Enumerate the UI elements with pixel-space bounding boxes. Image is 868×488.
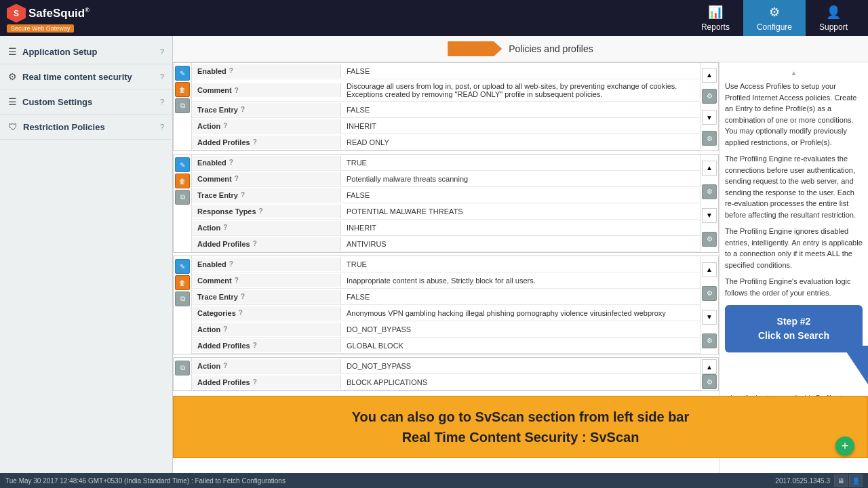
panel-scroll-up[interactable]: ▲ bbox=[725, 68, 863, 78]
table-row: Added Profiles? GLOBAL BLOCK bbox=[192, 338, 700, 354]
logo-text: SafeSquid® bbox=[28, 7, 90, 20]
realtime-icon: ⚙ bbox=[8, 71, 17, 82]
status-icon-monitor[interactable]: 🖥 bbox=[834, 474, 848, 487]
section2-scroll-down-btn[interactable]: ▼ bbox=[702, 208, 717, 223]
section1-edit-btn[interactable]: ✎ bbox=[175, 66, 190, 81]
help-icon: ? bbox=[239, 309, 243, 317]
nav-reports[interactable]: 📊 Reports bbox=[688, 0, 743, 36]
row-value-profiles2: ANTIVIRUS bbox=[341, 237, 700, 251]
row-value-trace2: FALSE bbox=[341, 188, 700, 202]
section1-left-controls: ✎ 🗑 ⧉ bbox=[174, 63, 192, 150]
row-label-profiles2: Added Profiles? bbox=[192, 237, 341, 251]
logo-area: S SafeSquid® Secure Web Gateway bbox=[7, 3, 102, 33]
section3-gear-btn[interactable]: ⚙ bbox=[702, 286, 717, 301]
row-label-profiles3: Added Profiles? bbox=[192, 339, 341, 352]
row-label-action1: Action? bbox=[192, 119, 341, 133]
help-icon: ? bbox=[223, 362, 227, 369]
section1-scroll-down-btn[interactable]: ▼ bbox=[702, 110, 717, 125]
row-label-categories: Categories? bbox=[192, 306, 341, 320]
table-row: Action? INHERIT bbox=[192, 220, 700, 236]
section2-gear-btn[interactable]: ⚙ bbox=[702, 184, 717, 199]
section2-copy-btn[interactable]: ⧉ bbox=[175, 190, 190, 205]
section3-delete-btn[interactable]: 🗑 bbox=[175, 275, 190, 290]
section3-scroll-up-btn[interactable]: ▲ bbox=[702, 262, 717, 277]
sidebar-item-restriction-policies[interactable]: 🛡 Restriction Policies ? bbox=[0, 115, 172, 140]
help-icon: ? bbox=[229, 159, 233, 166]
section4-scroll-up-btn[interactable]: ▲ bbox=[702, 359, 717, 374]
sidebar-item-application-setup[interactable]: ☰ Application Setup ? bbox=[0, 39, 172, 64]
logo: S SafeSquid® Secure Web Gateway bbox=[7, 3, 102, 33]
version-text: 2017.0525.1345.3 bbox=[775, 477, 830, 485]
yellow-banner: You can also go to SvScan section from l… bbox=[173, 396, 868, 458]
section4-left-controls: ⧉ bbox=[174, 358, 192, 390]
status-icon-person[interactable]: 👤 bbox=[849, 474, 863, 487]
right-panel-text4: The Profiling Engine's evaluation logic … bbox=[725, 276, 863, 298]
nav-support[interactable]: 👤 Support bbox=[806, 0, 861, 36]
row-value-profiles3: GLOBAL BLOCK bbox=[341, 339, 700, 352]
nav-configure-label: Configure bbox=[757, 22, 792, 32]
right-panel-text1: Use Access Profiles to setup your Profil… bbox=[725, 81, 863, 148]
section1-gear-btn[interactable]: ⚙ bbox=[702, 89, 717, 104]
header-nav: 📊 Reports ⚙ Configure 👤 Support bbox=[688, 0, 861, 36]
section4-copy-btn[interactable]: ⧉ bbox=[175, 361, 190, 375]
reports-icon: 📊 bbox=[708, 5, 723, 20]
policy-section-3: ✎ 🗑 ⧉ Enabled? TRUE Comment? Inappropria… bbox=[173, 256, 719, 354]
nav-configure[interactable]: ⚙ Configure bbox=[743, 0, 806, 36]
row-value-comment1: Discourage all users from log in, post, … bbox=[341, 79, 700, 101]
row-label-trace2: Trace Entry? bbox=[192, 188, 341, 202]
row-label-enabled3: Enabled? bbox=[192, 258, 341, 271]
support-icon: 👤 bbox=[826, 5, 841, 20]
help-icon: ? bbox=[259, 207, 263, 215]
configure-icon: ⚙ bbox=[769, 5, 780, 20]
help-icon: ? bbox=[241, 191, 245, 199]
section3-scroll-down-btn[interactable]: ▼ bbox=[702, 310, 717, 325]
section2-edit-btn[interactable]: ✎ bbox=[175, 157, 190, 172]
table-row: Enabled? TRUE bbox=[192, 155, 700, 171]
section3-copy-btn[interactable]: ⧉ bbox=[175, 291, 190, 306]
section2-scroll-up-btn[interactable]: ▲ bbox=[702, 161, 717, 176]
row-label-enabled1: Enabled? bbox=[192, 64, 341, 78]
section1-gear2-btn[interactable]: ⚙ bbox=[702, 131, 717, 146]
help-icon: ? bbox=[253, 138, 257, 146]
section3-body: Enabled? TRUE Comment? Inappropriate con… bbox=[192, 256, 700, 354]
sidebar-item-label-application-setup: Application Setup bbox=[22, 47, 155, 57]
step-action: Click on Search bbox=[737, 329, 850, 343]
section1-body: Enabled? FALSE Comment? Discourage all u… bbox=[192, 63, 700, 150]
section2-gear2-btn[interactable]: ⚙ bbox=[702, 232, 717, 247]
section3-left-controls: ✎ 🗑 ⧉ bbox=[174, 256, 192, 354]
yellow-banner-text1: You can also go to SvScan section from l… bbox=[188, 407, 853, 427]
table-row: Action? DO_NOT_BYPASS bbox=[192, 321, 700, 338]
sidebar-item-custom-settings[interactable]: ☰ Custom Settings ? bbox=[0, 89, 172, 115]
step-tooltip-container: Step #2 Click on Search bbox=[725, 305, 863, 352]
right-panel-text3: The Profiling Engine ignores disabled en… bbox=[725, 226, 863, 270]
logo-shield-icon: S bbox=[7, 4, 26, 23]
row-label-comment2: Comment? bbox=[192, 172, 341, 186]
section2-delete-btn[interactable]: 🗑 bbox=[175, 174, 190, 188]
table-row: Added Profiles? ANTIVIRUS bbox=[192, 236, 700, 252]
policy-section-1: ✎ 🗑 ⧉ Enabled? FALSE Comment? Discourage… bbox=[173, 62, 719, 151]
row-label-action3: Action? bbox=[192, 323, 341, 336]
application-setup-icon: ☰ bbox=[8, 46, 17, 57]
section1-scroll-up-btn[interactable]: ▲ bbox=[702, 68, 717, 83]
restriction-policies-help-icon: ? bbox=[160, 123, 164, 131]
help-icon: ? bbox=[253, 378, 257, 386]
table-row: Comment? Discourage all users from log i… bbox=[192, 79, 700, 102]
row-value-action4: DO_NOT_BYPASS bbox=[341, 359, 700, 373]
section4-gear-btn[interactable]: ⚙ bbox=[702, 374, 717, 389]
custom-settings-help-icon: ? bbox=[160, 98, 164, 106]
realtime-help-icon: ? bbox=[160, 73, 164, 81]
section1-delete-btn[interactable]: 🗑 bbox=[175, 82, 190, 97]
row-value-action3: DO_NOT_BYPASS bbox=[341, 323, 700, 336]
add-button[interactable]: + bbox=[835, 436, 854, 455]
table-row: Comment? Potentially malware threats sca… bbox=[192, 171, 700, 187]
main-layout: ☰ Application Setup ? ⚙ Real time conten… bbox=[0, 36, 868, 473]
logo-subtitle: Secure Web Gateway bbox=[7, 24, 74, 33]
section1-right-controls: ▲ ⚙ ▼ ⚙ bbox=[700, 63, 718, 150]
section3-gear2-btn[interactable]: ⚙ bbox=[702, 333, 717, 348]
section1-copy-btn[interactable]: ⧉ bbox=[175, 98, 190, 113]
status-icons: 🖥 👤 bbox=[834, 474, 863, 487]
header: S SafeSquid® Secure Web Gateway 📊 Report… bbox=[0, 0, 868, 36]
sidebar-item-realtime[interactable]: ⚙ Real time content security ? bbox=[0, 64, 172, 89]
help-icon: ? bbox=[253, 342, 257, 349]
section3-edit-btn[interactable]: ✎ bbox=[175, 259, 190, 274]
